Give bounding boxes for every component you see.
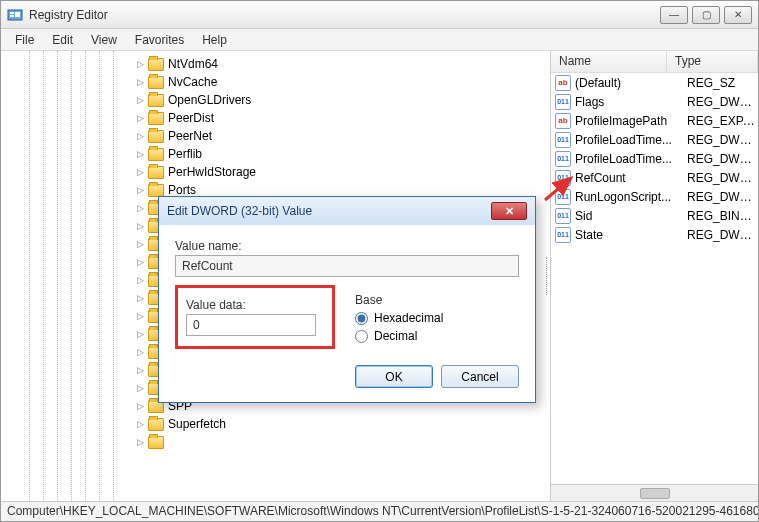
- expander-icon[interactable]: ▷: [135, 149, 146, 160]
- expander-icon[interactable]: ▷: [135, 437, 146, 448]
- value-row[interactable]: 011ProfileLoadTime...REG_DWORD: [551, 149, 758, 168]
- minimize-button[interactable]: —: [660, 6, 688, 24]
- titlebar: Registry Editor — ▢ ✕: [1, 1, 758, 29]
- radio-decimal[interactable]: Decimal: [355, 329, 443, 343]
- value-data-field[interactable]: [186, 314, 316, 336]
- tree-item[interactable]: ▷NtVdm64: [25, 55, 550, 73]
- dialog-body: Value name: Value data: Base Hexadecimal…: [159, 225, 535, 402]
- value-row[interactable]: 011FlagsREG_DWORD: [551, 92, 758, 111]
- col-type[interactable]: Type: [667, 51, 758, 72]
- menu-help[interactable]: Help: [194, 31, 235, 49]
- tree-label: OpenGLDrivers: [168, 93, 251, 107]
- expander-icon[interactable]: ▷: [135, 293, 146, 304]
- expander-icon[interactable]: ▷: [135, 95, 146, 106]
- expander-icon[interactable]: ▷: [135, 383, 146, 394]
- expander-icon[interactable]: ▷: [135, 59, 146, 70]
- maximize-button[interactable]: ▢: [692, 6, 720, 24]
- value-name-field[interactable]: [175, 255, 519, 277]
- value-row[interactable]: 011RefCountREG_DWORD: [551, 168, 758, 187]
- expander-icon[interactable]: ▷: [135, 167, 146, 178]
- expander-icon[interactable]: ▷: [135, 311, 146, 322]
- folder-icon: [148, 76, 164, 89]
- value-row[interactable]: 011ProfileLoadTime...REG_DWORD: [551, 130, 758, 149]
- folder-icon: [148, 148, 164, 161]
- folder-icon: [148, 184, 164, 197]
- tree-item[interactable]: ▷PeerDist: [25, 109, 550, 127]
- expander-icon[interactable]: ▷: [135, 275, 146, 286]
- svg-rect-1: [10, 12, 14, 14]
- dialog-titlebar[interactable]: Edit DWORD (32-bit) Value ✕: [159, 197, 535, 225]
- value-data-label: Value data:: [186, 298, 324, 312]
- value-name: State: [575, 228, 687, 242]
- value-row[interactable]: ab(Default)REG_SZ: [551, 73, 758, 92]
- window-buttons: — ▢ ✕: [660, 6, 752, 24]
- value-type: REG_DWORD: [687, 95, 758, 109]
- horizontal-scrollbar[interactable]: [551, 484, 758, 501]
- dialog-close-button[interactable]: ✕: [491, 202, 527, 220]
- folder-icon: [148, 418, 164, 431]
- expander-icon[interactable]: ▷: [135, 257, 146, 268]
- value-name: ProfileImagePath: [575, 114, 687, 128]
- folder-icon: [148, 94, 164, 107]
- menu-view[interactable]: View: [83, 31, 125, 49]
- app-icon: [7, 7, 23, 23]
- radio-hexadecimal[interactable]: Hexadecimal: [355, 311, 443, 325]
- cancel-button[interactable]: Cancel: [441, 365, 519, 388]
- value-name: ProfileLoadTime...: [575, 133, 687, 147]
- close-button[interactable]: ✕: [724, 6, 752, 24]
- radio-hex-label: Hexadecimal: [374, 311, 443, 325]
- expander-icon[interactable]: ▷: [135, 239, 146, 250]
- expander-icon[interactable]: ▷: [135, 329, 146, 340]
- folder-icon: [148, 112, 164, 125]
- tree-item[interactable]: ▷Perflib: [25, 145, 550, 163]
- value-type-icon: 011: [555, 189, 571, 205]
- status-bar: Computer\HKEY_LOCAL_MACHINE\SOFTWARE\Mic…: [1, 501, 758, 521]
- value-data-highlight: Value data:: [175, 285, 335, 349]
- value-type-icon: 011: [555, 151, 571, 167]
- ok-button[interactable]: OK: [355, 365, 433, 388]
- value-type-icon: 011: [555, 94, 571, 110]
- value-row[interactable]: 011RunLogonScript...REG_DWORD: [551, 187, 758, 206]
- expander-icon[interactable]: ▷: [135, 347, 146, 358]
- menu-edit[interactable]: Edit: [44, 31, 81, 49]
- value-name: RefCount: [575, 171, 687, 185]
- values-pane[interactable]: Name Type ab(Default)REG_SZ011FlagsREG_D…: [551, 51, 758, 501]
- expander-icon[interactable]: ▷: [135, 77, 146, 88]
- menu-favorites[interactable]: Favorites: [127, 31, 192, 49]
- tree-item[interactable]: ▷PerHwIdStorage: [25, 163, 550, 181]
- window-title: Registry Editor: [29, 8, 660, 22]
- tree-item[interactable]: ▷: [25, 433, 550, 451]
- value-name: (Default): [575, 76, 687, 90]
- expander-icon[interactable]: ▷: [135, 401, 146, 412]
- col-name[interactable]: Name: [551, 51, 667, 72]
- value-row[interactable]: 011SidREG_BINARY: [551, 206, 758, 225]
- expander-icon[interactable]: ▷: [135, 365, 146, 376]
- expander-icon[interactable]: ▷: [135, 113, 146, 124]
- value-type: REG_DWORD: [687, 171, 758, 185]
- folder-icon: [148, 130, 164, 143]
- svg-rect-3: [15, 12, 20, 17]
- tree-item[interactable]: ▷OpenGLDrivers: [25, 91, 550, 109]
- value-type: REG_EXPAND_SZ: [687, 114, 758, 128]
- tree-item[interactable]: ▷Superfetch: [25, 415, 550, 433]
- menu-file[interactable]: File: [7, 31, 42, 49]
- base-label: Base: [355, 293, 443, 307]
- tree-item[interactable]: ▷PeerNet: [25, 127, 550, 145]
- radio-hex-input[interactable]: [355, 312, 368, 325]
- value-name: Flags: [575, 95, 687, 109]
- folder-icon: [148, 166, 164, 179]
- expander-icon[interactable]: ▷: [135, 203, 146, 214]
- radio-dec-input[interactable]: [355, 330, 368, 343]
- expander-icon[interactable]: ▷: [135, 419, 146, 430]
- tree-item[interactable]: ▷NvCache: [25, 73, 550, 91]
- scrollbar-thumb[interactable]: [640, 488, 670, 499]
- value-row[interactable]: abProfileImagePathREG_EXPAND_SZ: [551, 111, 758, 130]
- expander-icon[interactable]: ▷: [135, 221, 146, 232]
- expander-icon[interactable]: ▷: [135, 131, 146, 142]
- value-type: REG_DWORD: [687, 133, 758, 147]
- expander-icon[interactable]: ▷: [135, 185, 146, 196]
- value-row[interactable]: 011StateREG_DWORD: [551, 225, 758, 244]
- tree-label: Ports: [168, 183, 196, 197]
- folder-icon: [148, 436, 164, 449]
- value-name-label: Value name:: [175, 239, 519, 253]
